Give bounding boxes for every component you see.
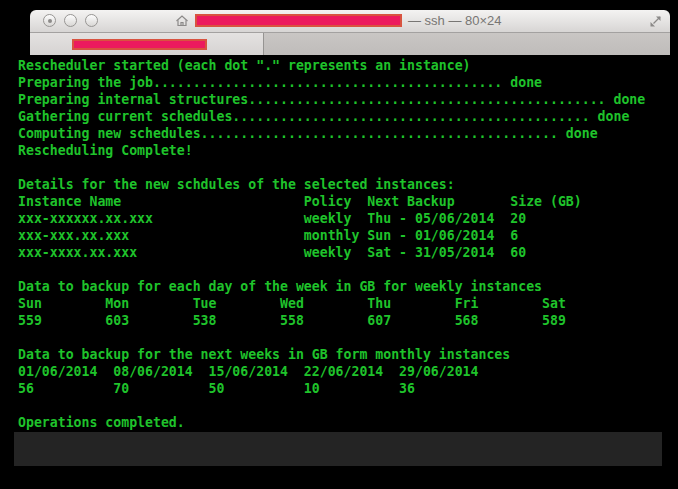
- title-bar[interactable]: — ssh — 80×24: [30, 10, 670, 33]
- terminal-line: xxx-xxx.xx.xxx monthly Sun - 01/06/2014 …: [18, 227, 673, 244]
- terminal-line: Preparing the job.......................…: [18, 74, 673, 91]
- terminal-line: [18, 448, 673, 465]
- fullscreen-button[interactable]: [648, 14, 663, 29]
- home-icon[interactable]: [175, 14, 189, 28]
- terminal-window: — ssh — 80×24: [30, 10, 670, 56]
- terminal-line: Instance Name Policy Next Backup Size (G…: [18, 193, 673, 210]
- zoom-button[interactable]: [85, 14, 98, 27]
- terminal-line: Sun Mon Tue Wed Thu Fri Sat: [18, 295, 673, 312]
- terminal-line: Data to backup for the next weeks in GB …: [18, 346, 673, 363]
- terminal-line: 559 603 538 558 607 568 589: [18, 312, 673, 329]
- redacted-tab-label: [72, 39, 207, 50]
- terminal-line: [18, 329, 673, 346]
- terminal-output: Rescheduler started (each dot "." repres…: [18, 57, 673, 465]
- terminal-line: [18, 261, 673, 278]
- terminal-line: 01/06/2014 08/06/2014 15/06/2014 22/06/2…: [18, 363, 673, 380]
- terminal-line: Data to backup for each day of the week …: [18, 278, 673, 295]
- tab-ssh-session[interactable]: [30, 33, 264, 55]
- tab-bar: [30, 33, 670, 56]
- terminal-line: Computing new schedules.................…: [18, 125, 673, 142]
- terminal-line: [18, 431, 673, 448]
- close-dot-icon: [48, 19, 52, 23]
- minimize-button[interactable]: [64, 14, 77, 27]
- terminal-line: xxx-xxxx.xx.xxx weekly Sat - 31/05/2014 …: [18, 244, 673, 261]
- terminal-line: Gathering current schedules.............…: [18, 108, 673, 125]
- terminal-line: xxx-xxxxxx.xx.xxx weekly Thu - 05/06/201…: [18, 210, 673, 227]
- terminal-line: Details for the new schdules of the sele…: [18, 176, 673, 193]
- terminal-line: Rescheduler started (each dot "." repres…: [18, 57, 673, 74]
- terminal-line: Rescheduling Complete!: [18, 142, 673, 159]
- close-button[interactable]: [43, 14, 56, 27]
- fullscreen-arrows-icon: [648, 14, 663, 29]
- terminal-line: [18, 397, 673, 414]
- terminal-line: Operations completed.: [18, 414, 673, 431]
- terminal-line: [18, 159, 673, 176]
- window-title: — ssh — 80×24: [408, 10, 502, 32]
- terminal-screen[interactable]: Rescheduler started (each dot "." repres…: [0, 55, 678, 489]
- terminal-line: 56 70 50 10 36: [18, 380, 673, 397]
- terminal-line: Preparing internal structures...........…: [18, 91, 673, 108]
- traffic-lights: [43, 14, 98, 27]
- redacted-hostname: [195, 14, 402, 27]
